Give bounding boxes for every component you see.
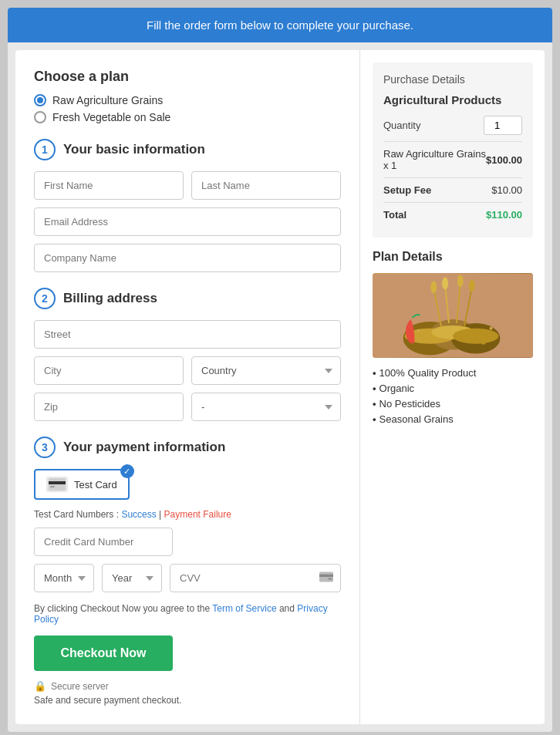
plan-option-raw[interactable]: Raw Agriculture Grains — [34, 94, 341, 106]
check-badge: ✓ — [120, 464, 134, 478]
failure-link[interactable]: Payment Failure — [164, 509, 231, 520]
secure-info: 🔒 Secure server — [34, 680, 341, 692]
svg-rect-2 — [50, 486, 55, 487]
divider-3 — [383, 202, 522, 203]
street-input[interactable] — [34, 320, 341, 349]
company-row — [34, 244, 341, 272]
divider-1 — [383, 141, 522, 142]
terms-middle: and — [279, 603, 297, 614]
secure-subtitle: Safe and secure payment checkout. — [34, 695, 341, 706]
first-name-input[interactable] — [34, 171, 184, 200]
zip-input[interactable] — [34, 393, 184, 421]
email-row — [34, 207, 341, 236]
purchase-product-title: Agricultural Products — [383, 93, 522, 106]
quantity-label: Quantity — [383, 120, 420, 131]
right-panel: Purchase Details Agricultural Products Q… — [360, 50, 545, 724]
checkout-button[interactable]: Checkout Now — [34, 636, 173, 671]
cc-number-input[interactable] — [34, 528, 173, 556]
plan-vegetable-label: Fresh Vegetable on Sale — [52, 111, 170, 123]
total-price: $110.00 — [486, 209, 522, 221]
terms-prefix: By clicking Checkout Now you agree to th… — [34, 603, 212, 614]
svg-rect-4 — [319, 574, 333, 576]
city-input[interactable] — [34, 356, 184, 385]
main-content: Choose a plan Raw Agriculture Grains Fre… — [15, 50, 545, 724]
svg-point-22 — [490, 327, 493, 330]
choose-plan-title: Choose a plan — [34, 69, 341, 85]
left-panel: Choose a plan Raw Agriculture Grains Fre… — [15, 50, 360, 724]
plan-features-list: 100% Quality Product Organic No Pesticid… — [373, 367, 533, 425]
cc-number-row — [34, 528, 341, 556]
section-3-title: Your payment information — [63, 440, 225, 455]
divider-2 — [383, 177, 522, 178]
lock-icon: 🔒 — [34, 680, 46, 692]
last-name-input[interactable] — [191, 171, 341, 200]
svg-point-17 — [430, 281, 437, 293]
svg-point-21 — [417, 329, 420, 332]
zip-state-row: - — [34, 393, 341, 421]
city-country-row: Country — [34, 356, 341, 385]
radio-raw[interactable] — [34, 94, 46, 106]
secure-label: Secure server — [51, 681, 109, 692]
setup-fee-label: Setup Fee — [383, 184, 431, 196]
test-card-prefix: Test Card Numbers : — [34, 509, 119, 520]
cvv-card-icon — [319, 571, 333, 585]
svg-point-20 — [469, 279, 475, 292]
item-row: Raw Agriculture Grains x 1 $100.00 — [383, 148, 522, 171]
success-link[interactable]: Success — [121, 509, 156, 520]
section-payment-header: 3 Your payment information — [34, 437, 341, 458]
plan-image — [373, 273, 533, 358]
outer-wrapper: Fill the order form below to complete yo… — [8, 8, 552, 732]
purchase-details-title: Purchase Details — [383, 73, 522, 86]
card-icon — [46, 477, 68, 492]
quantity-row: Quantity — [383, 116, 522, 135]
section-basic-info-header: 1 Your basic information — [34, 139, 341, 160]
section-1-number: 1 — [34, 139, 56, 160]
section-1-title: Your basic information — [63, 142, 205, 157]
plan-raw-label: Raw Agriculture Grains — [52, 94, 163, 106]
feature-3: No Pesticides — [373, 398, 533, 410]
plan-details-section: Plan Details — [373, 250, 533, 425]
feature-1: 100% Quality Product — [373, 367, 533, 379]
terms-of-service-link[interactable]: Term of Service — [212, 603, 276, 614]
purchase-details-box: Purchase Details Agricultural Products Q… — [373, 62, 533, 238]
company-input[interactable] — [34, 244, 341, 272]
section-2-title: Billing address — [63, 291, 157, 306]
cvv-wrapper — [170, 564, 341, 592]
month-select[interactable]: Month — [34, 564, 94, 592]
test-card-label: Test Card — [74, 479, 117, 491]
section-2-number: 2 — [34, 288, 56, 309]
state-select[interactable]: - — [191, 393, 341, 421]
setup-fee-price: $10.00 — [491, 184, 522, 196]
feature-4: Seasonal Grains — [373, 413, 533, 425]
plan-option-vegetable[interactable]: Fresh Vegetable on Sale — [34, 111, 341, 123]
email-input[interactable] — [34, 207, 341, 236]
svg-point-24 — [481, 340, 486, 345]
total-row: Total $110.00 — [383, 209, 522, 221]
svg-rect-5 — [328, 578, 332, 579]
svg-point-19 — [457, 275, 464, 288]
setup-fee-row: Setup Fee $10.00 — [383, 184, 522, 196]
radio-vegetable[interactable] — [34, 111, 46, 123]
plan-details-title: Plan Details — [373, 250, 533, 264]
svg-point-18 — [442, 277, 448, 289]
svg-point-23 — [423, 339, 428, 343]
section-3-number: 3 — [34, 437, 56, 458]
item-price: $100.00 — [486, 154, 522, 166]
test-card-option[interactable]: Test Card ✓ — [34, 469, 130, 500]
country-select[interactable]: Country — [191, 356, 341, 385]
svg-point-12 — [453, 329, 498, 344]
section-billing-header: 2 Billing address — [34, 288, 341, 309]
item-label: Raw Agriculture Grains x 1 — [383, 148, 486, 171]
street-row — [34, 320, 341, 349]
banner-text: Fill the order form below to complete yo… — [147, 19, 413, 32]
quantity-input[interactable] — [484, 116, 522, 135]
feature-2: Organic — [373, 383, 533, 394]
svg-rect-1 — [49, 481, 66, 484]
expiry-cvv-row: Month Year — [34, 564, 341, 592]
cvv-input[interactable] — [170, 564, 341, 592]
year-select[interactable]: Year — [102, 564, 162, 592]
terms-text: By clicking Checkout Now you agree to th… — [34, 603, 341, 625]
test-card-numbers-row: Test Card Numbers : Success | Payment Fa… — [34, 509, 341, 520]
total-label: Total — [383, 209, 407, 221]
name-row — [34, 171, 341, 200]
